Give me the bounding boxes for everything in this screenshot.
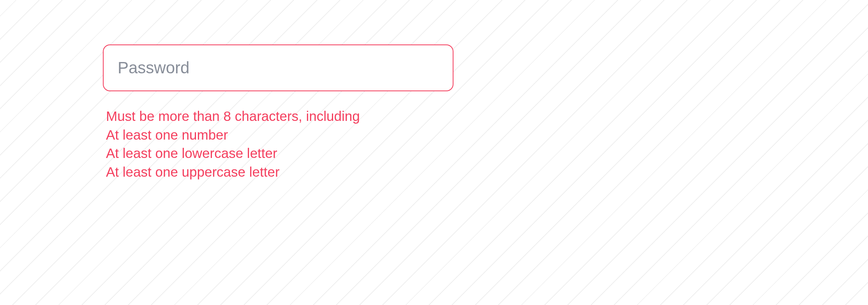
error-requirement-uppercase: At least one uppercase letter	[106, 163, 453, 181]
error-requirement-lowercase: At least one lowercase letter	[106, 144, 453, 163]
password-error-messages: Must be more than 8 characters, includin…	[103, 107, 453, 181]
error-requirement-number: At least one number	[106, 126, 453, 144]
error-requirement-length: Must be more than 8 characters, includin…	[106, 107, 453, 126]
password-input[interactable]	[103, 44, 453, 91]
password-form-container: Must be more than 8 characters, includin…	[103, 44, 453, 181]
